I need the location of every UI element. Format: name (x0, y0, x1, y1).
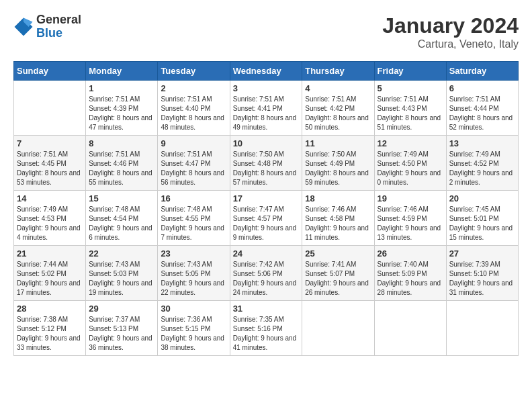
day-info: Sunrise: 7:50 AM Sunset: 4:49 PM Dayligh… (305, 150, 371, 187)
calendar-cell (446, 301, 518, 356)
day-number: 27 (449, 248, 515, 259)
day-info: Sunrise: 7:48 AM Sunset: 4:55 PM Dayligh… (161, 205, 226, 242)
day-number: 20 (449, 193, 515, 203)
day-info: Sunrise: 7:51 AM Sunset: 4:42 PM Dayligh… (305, 95, 371, 132)
day-number: 5 (378, 83, 443, 93)
day-number: 7 (17, 138, 83, 148)
calendar-cell: 13Sunrise: 7:49 AM Sunset: 4:52 PM Dayli… (446, 136, 518, 191)
calendar-cell: 29Sunrise: 7:37 AM Sunset: 5:13 PM Dayli… (86, 301, 158, 356)
day-number: 18 (305, 193, 371, 203)
calendar-cell: 11Sunrise: 7:50 AM Sunset: 4:49 PM Dayli… (302, 136, 374, 191)
calendar-cell: 18Sunrise: 7:46 AM Sunset: 4:58 PM Dayli… (302, 191, 374, 246)
day-info: Sunrise: 7:37 AM Sunset: 5:13 PM Dayligh… (89, 315, 154, 353)
header-thursday: Thursday (302, 62, 374, 81)
header-sunday: Sunday (14, 62, 86, 81)
calendar-header: SundayMondayTuesdayWednesdayThursdayFrid… (14, 62, 519, 81)
calendar-cell: 14Sunrise: 7:49 AM Sunset: 4:53 PM Dayli… (14, 191, 86, 246)
day-info: Sunrise: 7:44 AM Sunset: 5:02 PM Dayligh… (17, 260, 83, 298)
calendar-cell: 30Sunrise: 7:36 AM Sunset: 5:15 PM Dayli… (158, 301, 230, 356)
calendar-cell: 1Sunrise: 7:51 AM Sunset: 4:39 PM Daylig… (86, 81, 158, 136)
day-number: 16 (161, 193, 226, 203)
title-block: January 2024 Cartura, Veneto, Italy (382, 13, 519, 50)
day-info: Sunrise: 7:43 AM Sunset: 5:03 PM Dayligh… (89, 260, 154, 298)
calendar-cell: 17Sunrise: 7:47 AM Sunset: 4:57 PM Dayli… (230, 191, 302, 246)
day-info: Sunrise: 7:51 AM Sunset: 4:46 PM Dayligh… (89, 150, 154, 187)
day-number: 23 (161, 248, 226, 259)
day-number: 13 (449, 138, 515, 148)
calendar-cell: 19Sunrise: 7:46 AM Sunset: 4:59 PM Dayli… (374, 191, 446, 246)
day-number: 4 (305, 83, 371, 93)
day-number: 28 (17, 304, 83, 314)
calendar-cell: 9Sunrise: 7:51 AM Sunset: 4:47 PM Daylig… (158, 136, 230, 191)
day-number: 22 (89, 248, 154, 259)
day-info: Sunrise: 7:47 AM Sunset: 4:57 PM Dayligh… (233, 205, 300, 242)
day-info: Sunrise: 7:43 AM Sunset: 5:05 PM Dayligh… (161, 260, 226, 298)
day-number: 8 (89, 138, 154, 148)
calendar-cell: 16Sunrise: 7:48 AM Sunset: 4:55 PM Dayli… (158, 191, 230, 246)
week-row-0: 1Sunrise: 7:51 AM Sunset: 4:39 PM Daylig… (14, 81, 519, 136)
day-number: 24 (233, 248, 300, 259)
day-info: Sunrise: 7:41 AM Sunset: 5:07 PM Dayligh… (305, 260, 371, 298)
header-friday: Friday (374, 62, 446, 81)
calendar-cell: 22Sunrise: 7:43 AM Sunset: 5:03 PM Dayli… (86, 246, 158, 301)
calendar-cell: 27Sunrise: 7:39 AM Sunset: 5:10 PM Dayli… (446, 246, 518, 301)
day-number: 6 (449, 83, 515, 93)
day-number: 25 (305, 248, 371, 259)
day-info: Sunrise: 7:51 AM Sunset: 4:45 PM Dayligh… (17, 150, 83, 187)
day-number: 9 (161, 138, 226, 148)
page-subtitle: Cartura, Veneto, Italy (382, 38, 519, 50)
calendar-cell (374, 301, 446, 356)
day-number: 10 (233, 138, 300, 148)
week-row-4: 28Sunrise: 7:38 AM Sunset: 5:12 PM Dayli… (14, 301, 519, 356)
day-number: 21 (17, 248, 83, 259)
logo: General Blue (13, 13, 81, 40)
day-number: 31 (233, 304, 300, 314)
calendar-table: SundayMondayTuesdayWednesdayThursdayFrid… (13, 61, 519, 356)
day-number: 15 (89, 193, 154, 203)
calendar-cell: 20Sunrise: 7:45 AM Sunset: 5:01 PM Dayli… (446, 191, 518, 246)
day-number: 26 (378, 248, 443, 259)
day-info: Sunrise: 7:51 AM Sunset: 4:44 PM Dayligh… (449, 95, 515, 132)
calendar-cell: 7Sunrise: 7:51 AM Sunset: 4:45 PM Daylig… (14, 136, 86, 191)
day-info: Sunrise: 7:51 AM Sunset: 4:47 PM Dayligh… (161, 150, 226, 187)
week-row-2: 14Sunrise: 7:49 AM Sunset: 4:53 PM Dayli… (14, 191, 519, 246)
calendar-cell: 21Sunrise: 7:44 AM Sunset: 5:02 PM Dayli… (14, 246, 86, 301)
day-info: Sunrise: 7:46 AM Sunset: 4:59 PM Dayligh… (378, 205, 443, 242)
calendar-cell: 8Sunrise: 7:51 AM Sunset: 4:46 PM Daylig… (86, 136, 158, 191)
calendar-cell: 5Sunrise: 7:51 AM Sunset: 4:43 PM Daylig… (374, 81, 446, 136)
logo-blue: Blue (36, 27, 81, 40)
calendar-cell: 6Sunrise: 7:51 AM Sunset: 4:44 PM Daylig… (446, 81, 518, 136)
day-info: Sunrise: 7:46 AM Sunset: 4:58 PM Dayligh… (305, 205, 371, 242)
calendar-cell: 31Sunrise: 7:35 AM Sunset: 5:16 PM Dayli… (230, 301, 302, 356)
calendar-cell: 28Sunrise: 7:38 AM Sunset: 5:12 PM Dayli… (14, 301, 86, 356)
day-number: 11 (305, 138, 371, 148)
header-tuesday: Tuesday (158, 62, 230, 81)
calendar-cell: 3Sunrise: 7:51 AM Sunset: 4:41 PM Daylig… (230, 81, 302, 136)
day-number: 2 (161, 83, 226, 93)
days-header-row: SundayMondayTuesdayWednesdayThursdayFrid… (14, 62, 519, 81)
calendar-cell (302, 301, 374, 356)
calendar-cell: 15Sunrise: 7:48 AM Sunset: 4:54 PM Dayli… (86, 191, 158, 246)
calendar-cell: 25Sunrise: 7:41 AM Sunset: 5:07 PM Dayli… (302, 246, 374, 301)
page-title: January 2024 (382, 13, 519, 38)
logo-icon (13, 17, 34, 37)
day-number: 29 (89, 304, 154, 314)
header-wednesday: Wednesday (230, 62, 302, 81)
day-info: Sunrise: 7:36 AM Sunset: 5:15 PM Dayligh… (161, 315, 226, 353)
day-info: Sunrise: 7:40 AM Sunset: 5:09 PM Dayligh… (378, 260, 443, 298)
week-row-3: 21Sunrise: 7:44 AM Sunset: 5:02 PM Dayli… (14, 246, 519, 301)
day-info: Sunrise: 7:42 AM Sunset: 5:06 PM Dayligh… (233, 260, 300, 298)
day-info: Sunrise: 7:39 AM Sunset: 5:10 PM Dayligh… (449, 260, 515, 298)
day-info: Sunrise: 7:49 AM Sunset: 4:53 PM Dayligh… (17, 205, 83, 242)
calendar-cell: 26Sunrise: 7:40 AM Sunset: 5:09 PM Dayli… (374, 246, 446, 301)
calendar-cell: 10Sunrise: 7:50 AM Sunset: 4:48 PM Dayli… (230, 136, 302, 191)
day-number: 30 (161, 304, 226, 314)
day-info: Sunrise: 7:35 AM Sunset: 5:16 PM Dayligh… (233, 315, 300, 353)
calendar-body: 1Sunrise: 7:51 AM Sunset: 4:39 PM Daylig… (14, 81, 519, 356)
page-header: General Blue January 2024 Cartura, Venet… (13, 13, 519, 50)
logo-general: General (36, 13, 81, 27)
calendar-cell (14, 81, 86, 136)
week-row-1: 7Sunrise: 7:51 AM Sunset: 4:45 PM Daylig… (14, 136, 519, 191)
day-number: 3 (233, 83, 300, 93)
day-info: Sunrise: 7:49 AM Sunset: 4:50 PM Dayligh… (378, 150, 443, 187)
